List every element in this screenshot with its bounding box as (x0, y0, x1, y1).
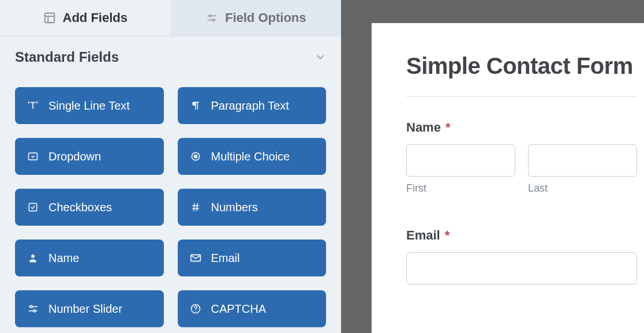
radio-icon (189, 150, 202, 163)
field-label: Numbers (211, 201, 258, 214)
field-label: Email (211, 252, 240, 265)
field-label: Dropdown (48, 150, 101, 163)
tab-add-fields[interactable]: Add Fields (0, 0, 171, 36)
field-label: Name (48, 252, 79, 265)
svg-rect-11 (29, 153, 38, 160)
svg-point-23 (30, 306, 32, 308)
preview-area: Simple Contact Form Name * First Last Em… (341, 0, 644, 333)
field-dropdown[interactable]: Dropdown (15, 138, 164, 175)
field-label: Checkboxes (48, 201, 112, 214)
form-field-email[interactable]: Email * (406, 228, 637, 285)
svg-rect-14 (29, 203, 36, 211)
label-text: Name (406, 120, 441, 135)
field-number-slider[interactable]: Number Slider (15, 290, 164, 327)
field-label: Multiple Choice (211, 150, 290, 163)
field-label: CAPTCHA (211, 302, 267, 316)
svg-point-13 (194, 155, 197, 158)
tab-label: Field Options (225, 10, 306, 25)
sliders-icon (27, 302, 39, 315)
text-icon (27, 99, 39, 112)
field-paragraph-text[interactable]: Paragraph Text (178, 87, 327, 124)
form-title: Simple Contact Form (406, 53, 637, 79)
field-grid: Single Line Text Paragraph Text Dropdown… (0, 87, 341, 333)
field-multiple-choice[interactable]: Multiple Choice (178, 138, 327, 175)
required-marker: * (445, 120, 451, 135)
svg-point-26 (195, 310, 196, 312)
section-header[interactable]: Standard Fields (15, 49, 326, 65)
checkbox-icon (27, 201, 39, 214)
field-captcha[interactable]: CAPTCHA (178, 290, 327, 327)
tab-field-options[interactable]: Field Options (171, 0, 342, 36)
required-marker: * (445, 228, 450, 243)
section-title: Standard Fields (15, 49, 119, 65)
dropdown-icon (27, 150, 39, 163)
first-name-input[interactable] (406, 144, 515, 177)
tab-label: Add Fields (63, 10, 128, 25)
chevron-down-icon (314, 51, 326, 63)
sidebar: Add Fields Field Options Standard Fields… (0, 0, 341, 333)
svg-point-5 (209, 15, 211, 17)
svg-point-19 (31, 255, 35, 258)
field-checkboxes[interactable]: Checkboxes (15, 189, 164, 226)
svg-point-24 (33, 310, 36, 312)
field-name[interactable]: Name (15, 240, 164, 276)
form-preview[interactable]: Simple Contact Form Name * First Last Em… (372, 23, 644, 333)
label-text: Email (406, 228, 440, 243)
field-numbers[interactable]: Numbers (178, 189, 327, 226)
field-label: Single Line Text (48, 99, 130, 113)
hash-icon (189, 201, 202, 214)
svg-line-17 (193, 203, 194, 211)
sublabel-last: Last (528, 182, 637, 194)
form-field-name[interactable]: Name * First Last (406, 120, 637, 194)
svg-rect-0 (44, 13, 54, 23)
field-label-name: Name * (406, 120, 637, 135)
field-email[interactable]: Email (178, 240, 327, 276)
last-name-input[interactable] (528, 144, 637, 177)
user-icon (27, 252, 39, 264)
field-label-email: Email * (406, 228, 637, 243)
divider (406, 96, 637, 97)
paragraph-icon (189, 99, 202, 112)
svg-point-6 (212, 19, 215, 21)
field-label: Paragraph Text (211, 99, 289, 113)
email-input[interactable] (406, 252, 637, 285)
section-standard-fields: Standard Fields (0, 36, 341, 87)
sliders-icon (205, 12, 218, 24)
question-icon (189, 302, 202, 315)
tabs: Add Fields Field Options (0, 0, 341, 36)
form-icon (43, 12, 56, 24)
svg-line-18 (196, 203, 197, 211)
field-label: Number Slider (48, 302, 122, 316)
envelope-icon (189, 252, 202, 264)
sublabel-first: First (406, 182, 515, 194)
field-single-line-text[interactable]: Single Line Text (15, 87, 164, 124)
